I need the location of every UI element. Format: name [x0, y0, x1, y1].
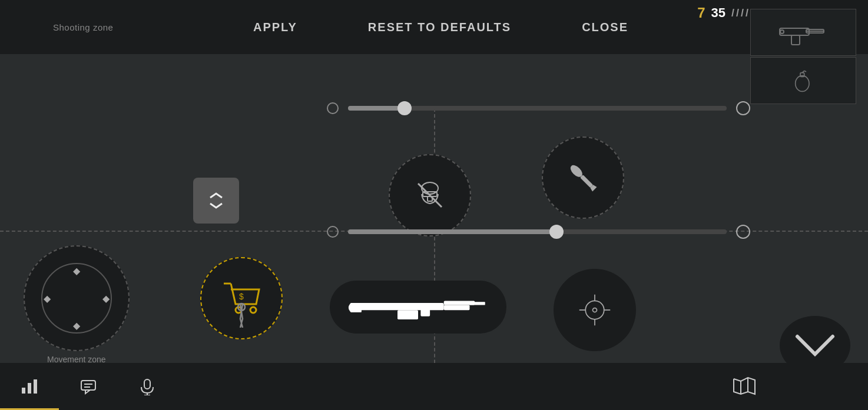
dpad-left-arrow: ◆: [44, 293, 51, 304]
svg-rect-26: [420, 306, 430, 316]
map-icon: [733, 376, 756, 396]
shop-tool-icon: $: [212, 269, 271, 328]
pistol-icon: [774, 18, 833, 47]
svg-text:$: $: [239, 292, 244, 301]
shop-tool-button[interactable]: $: [200, 257, 283, 339]
bullet-button[interactable]: [542, 136, 624, 219]
ammo-total: 35: [711, 5, 725, 21]
slider-1-thumb[interactable]: [397, 101, 412, 115]
slider-2-track[interactable]: [348, 229, 727, 234]
ammo-tally: ////: [731, 7, 750, 19]
svg-rect-15: [580, 175, 593, 188]
stats-icon: [21, 377, 38, 395]
svg-rect-36: [28, 383, 31, 394]
weapon-slot-pistol[interactable]: [750, 9, 856, 56]
svg-point-19: [250, 307, 256, 313]
dpad-up-arrow: ◆: [73, 265, 80, 276]
slider-2-thumb[interactable]: [549, 225, 564, 239]
ammo-display: 7 35 ////: [697, 5, 750, 21]
svg-point-4: [780, 30, 784, 34]
swap-button[interactable]: [193, 178, 239, 224]
chevron-down-icon: [791, 328, 839, 363]
svg-rect-41: [144, 379, 150, 389]
weapon-ak-button[interactable]: [330, 281, 506, 334]
dpad-down-arrow: ◆: [73, 320, 80, 331]
slider-1-container: [327, 101, 750, 115]
slider-2-container: [327, 225, 750, 239]
svg-rect-23: [397, 310, 418, 319]
chat-icon-button[interactable]: [59, 363, 118, 410]
mic-icon-button[interactable]: [118, 363, 177, 410]
svg-rect-35: [22, 388, 25, 394]
ammo-current: 7: [697, 5, 705, 21]
slider-2-fill: [348, 229, 556, 234]
slider-2-right-dot: [736, 225, 750, 239]
ak47-icon: [342, 286, 495, 328]
stats-icon-button[interactable]: [0, 363, 59, 410]
movement-joystick[interactable]: ◆ ◆ ◆ ◆: [24, 245, 130, 351]
slider-1-track[interactable]: [348, 106, 727, 111]
mic-icon: [138, 378, 156, 395]
bottom-bar: [0, 363, 868, 410]
chat-icon: [79, 378, 97, 395]
crosshair-icon: [574, 289, 615, 331]
slider-1-left-dot: [327, 102, 339, 114]
slider-1-right-dot: [736, 101, 750, 115]
svg-rect-1: [791, 35, 800, 45]
svg-point-34: [593, 308, 597, 312]
close-button[interactable]: CLOSE: [546, 0, 664, 54]
no-shoot-button[interactable]: [389, 154, 471, 236]
top-buttons: APPLY RESET TO DEFAULTS CLOSE: [218, 0, 664, 54]
svg-point-29: [585, 301, 604, 319]
no-shoot-icon: [406, 172, 453, 219]
shooting-zone-label: Shooting zone: [0, 22, 218, 32]
swap-icon: [204, 189, 228, 212]
main-area: $ ◆ ◆ ◆ ◆ Movement zone: [0, 54, 868, 410]
svg-rect-37: [34, 379, 37, 394]
dpad-right-arrow: ◆: [102, 293, 110, 304]
crosshair-button[interactable]: [554, 269, 636, 351]
svg-rect-25: [444, 305, 470, 311]
slider-2-left-dot: [327, 226, 339, 238]
svg-rect-38: [81, 381, 95, 390]
bullet-icon: [562, 157, 604, 198]
reset-defaults-button[interactable]: RESET TO DEFAULTS: [333, 0, 546, 54]
movement-inner-ring: ◆ ◆ ◆ ◆: [41, 263, 112, 334]
slider-1-fill: [348, 106, 405, 111]
map-icon-button[interactable]: [715, 363, 774, 410]
svg-rect-28: [470, 302, 485, 305]
apply-button[interactable]: APPLY: [218, 0, 333, 54]
